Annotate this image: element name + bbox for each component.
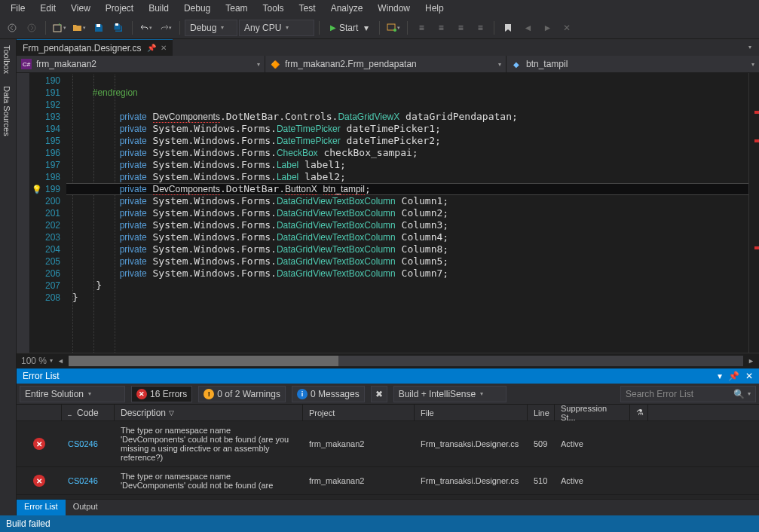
indent-less-button[interactable]: ≡ (412, 19, 430, 37)
nav-forward-button[interactable] (23, 19, 41, 37)
field-icon: ◆ (511, 59, 522, 69)
tab-overflow-button[interactable]: ▾ (741, 38, 759, 56)
filter-icon[interactable]: ⚗ (630, 405, 648, 420)
menu-debug[interactable]: Debug (176, 1, 218, 16)
error-row[interactable]: ✕CS0246The type or namespace name 'DevCo… (17, 467, 759, 495)
error-list-header[interactable]: Error List ▾ 📌 ✕ (17, 368, 759, 384)
nav-member-dropdown[interactable]: ◆ btn_tampil▾ (507, 56, 759, 72)
next-bookmark-button[interactable]: ► (538, 19, 556, 37)
menu-test[interactable]: Test (292, 1, 323, 16)
nav-project-dropdown[interactable]: C# frm_makanan2▾ (17, 56, 265, 72)
menu-build[interactable]: Build (141, 1, 176, 16)
config-dropdown[interactable]: Debug▾ (185, 20, 237, 36)
menu-bar: File Edit View Project Build Debug Team … (0, 0, 759, 17)
close-tab-icon[interactable]: ✕ (161, 44, 167, 52)
pin-panel-icon[interactable]: 📌 (728, 371, 739, 381)
warnings-filter[interactable]: !0 of 2 Warnings (198, 386, 286, 402)
vertical-scrollbar[interactable] (748, 73, 759, 353)
uncomment-button[interactable]: ≡ (471, 19, 489, 37)
comment-button[interactable]: ≡ (451, 19, 470, 37)
menu-project[interactable]: Project (98, 1, 141, 16)
svg-rect-3 (96, 24, 100, 27)
menu-edit[interactable]: Edit (32, 1, 63, 16)
search-icon: 🔍 (733, 389, 745, 399)
toolbox-tab[interactable]: Toolbox (0, 39, 16, 80)
status-bar: Build failed (0, 515, 759, 532)
errors-filter[interactable]: ✕16 Errors (131, 386, 192, 402)
nav-type-dropdown[interactable]: 🔶 frm_makanan2.Frm_pendapatan▾ (265, 56, 507, 72)
pin-icon[interactable]: 📌 (147, 44, 156, 52)
close-panel-icon[interactable]: ✕ (745, 371, 753, 381)
browser-link-button[interactable]: ▾ (384, 19, 402, 37)
bookmark-button[interactable] (499, 19, 517, 37)
open-file-button[interactable]: ▾ (70, 19, 88, 37)
csharp-icon: C# (21, 59, 32, 69)
editor-zoom-bar: 100 % ▾ ◄ ► (17, 353, 759, 368)
line-numbers: 190191192193194195196197198💡199200201202… (30, 73, 66, 353)
error-search-input[interactable]: Search Error List 🔍 ▾ (620, 386, 756, 402)
status-text: Build failed (6, 518, 50, 529)
document-tab[interactable]: Frm_pendapatan.Designer.cs 📌 ✕ (17, 39, 173, 56)
build-filter-dropdown[interactable]: Build + IntelliSense▾ (393, 386, 507, 402)
redo-button[interactable]: ▾ (157, 19, 175, 37)
error-columns[interactable]: ⎯Code Description ▽ Project File Line Su… (17, 405, 759, 421)
new-project-button[interactable]: ▾ (50, 19, 69, 37)
menu-analyze[interactable]: Analyze (323, 1, 371, 16)
error-list-toolbar: Entire Solution▾ ✕16 Errors !0 of 2 Warn… (17, 384, 759, 405)
menu-file[interactable]: File (3, 1, 32, 16)
code-nav-bar: C# frm_makanan2▾ 🔶 frm_makanan2.Frm_pend… (17, 56, 759, 73)
error-rows: ✕CS0246The type or namespace name 'DevCo… (17, 421, 759, 495)
left-side-tabs: Toolbox Data Sources (0, 39, 17, 515)
error-list-panel: Error List ▾ 📌 ✕ Entire Solution▾ ✕16 Er… (17, 368, 759, 515)
svg-point-6 (393, 29, 396, 32)
prev-bookmark-button[interactable]: ◄ (519, 19, 537, 37)
output-tab[interactable]: Output (66, 500, 106, 515)
horizontal-scrollbar[interactable] (69, 356, 743, 366)
scope-dropdown[interactable]: Entire Solution▾ (20, 386, 125, 402)
undo-button[interactable]: ▾ (137, 19, 155, 37)
tab-title: Frm_pendapatan.Designer.cs (23, 43, 141, 54)
start-debug-button[interactable]: ▶Start▾ (324, 20, 375, 36)
outline-gutter[interactable] (17, 73, 30, 353)
clear-bookmark-button[interactable]: ✕ (558, 19, 576, 37)
error-row[interactable]: ✕CS0246The type or namespace name 'DevCo… (17, 421, 759, 467)
bottom-panel-tabs: Error List Output (17, 499, 759, 515)
menu-tools[interactable]: Tools (256, 1, 292, 16)
datasources-tab[interactable]: Data Sources (0, 80, 16, 142)
code-editor[interactable]: 190191192193194195196197198💡199200201202… (17, 73, 759, 353)
indent-more-button[interactable]: ≡ (432, 19, 450, 37)
panel-options-icon[interactable]: ▾ (718, 371, 722, 381)
code-text[interactable]: #endregion private DevComponents.DotNetB… (66, 73, 748, 353)
svg-point-0 (8, 24, 16, 32)
document-tabs: Frm_pendapatan.Designer.cs 📌 ✕ ▾ (17, 39, 759, 56)
svg-rect-2 (54, 25, 61, 32)
error-mode-button[interactable]: ✖ (371, 386, 387, 402)
svg-rect-4 (115, 23, 118, 26)
svg-point-1 (28, 24, 35, 32)
platform-dropdown[interactable]: Any CPU▾ (239, 20, 314, 36)
menu-help[interactable]: Help (418, 1, 451, 16)
main-toolbar: ▾ ▾ ▾ ▾ Debug▾ Any CPU▾ ▶Start▾ ▾ ≡ ≡ ≡ … (0, 17, 759, 39)
save-button[interactable] (90, 19, 108, 37)
messages-filter[interactable]: i0 Messages (292, 386, 365, 402)
menu-view[interactable]: View (63, 1, 98, 16)
errorlist-tab[interactable]: Error List (17, 500, 66, 515)
menu-window[interactable]: Window (370, 1, 418, 16)
zoom-level[interactable]: 100 % (21, 356, 47, 366)
menu-team[interactable]: Team (218, 1, 255, 16)
error-table: ⎯Code Description ▽ Project File Line Su… (17, 405, 759, 499)
save-all-button[interactable] (109, 19, 127, 37)
nav-back-button[interactable] (3, 19, 21, 37)
class-icon: 🔶 (270, 59, 280, 69)
